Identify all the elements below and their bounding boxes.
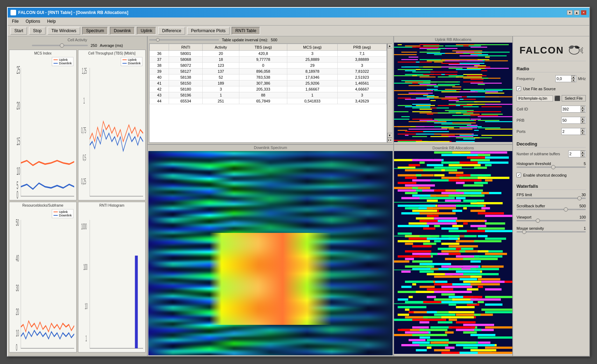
histogram-title: RNTI Histogram [80, 204, 144, 207]
waterfalls-section-label: Waterfalls [517, 184, 586, 190]
mouse-sensivity-row: Mouse sensivity 1 [517, 226, 586, 233]
prb-down-btn[interactable]: ▼ [581, 120, 585, 123]
shortcut-decoding-checkbox[interactable]: ✓ [517, 173, 521, 177]
shortcut-decoding-label: Enable shortcut decoding [523, 173, 567, 177]
rb-downlink-label: Downlink [59, 214, 72, 217]
svg-text:10: 10 [16, 328, 19, 338]
histogram-threshold-slider[interactable] [517, 166, 586, 168]
tile-windows-button[interactable]: Tile Windows [48, 27, 80, 35]
table-row[interactable]: 365800120420,837,1 [150, 51, 387, 57]
spectrum-button[interactable]: Spectrum [82, 27, 108, 35]
scroll-page-down-btn[interactable]: ▼▼ [387, 138, 392, 143]
frequency-up-btn[interactable]: ▲ [571, 76, 575, 79]
svg-text:20: 20 [16, 307, 19, 317]
col-rnti: RNTI [169, 44, 203, 51]
radio-section-label: Radio [517, 66, 586, 72]
menu-file[interactable]: File [10, 18, 20, 24]
resource-blocks-chart: Resourceblocks/Subframe Uplink Downlink … [9, 202, 77, 352]
minimize-button[interactable]: ▾ [567, 10, 573, 15]
table-row[interactable]: 446553425165,78490,5418333,42629 [150, 98, 387, 104]
histogram-threshold-label: Histogram threshold [517, 162, 551, 166]
rnti-table-button[interactable]: RNTI Table [232, 27, 260, 35]
table-scrollbar[interactable]: ▲ ▼ ▼▼ [387, 43, 392, 143]
menu-bar: File Options Help [8, 17, 589, 26]
col-mcs: MCS (avg) [287, 44, 338, 51]
svg-text:06:54:30: 06:54:30 [99, 198, 111, 199]
performance-plots-button[interactable]: Performance Plots [187, 27, 230, 35]
menu-help[interactable]: Help [46, 18, 57, 24]
svg-text:60k: 60k [137, 350, 141, 351]
close-button[interactable]: ✕ [581, 10, 587, 15]
table-row[interactable]: 42581803205,3331,666674,66667 [150, 86, 387, 92]
svg-text:10: 10 [16, 165, 20, 177]
maximize-button[interactable]: ▲ [574, 10, 580, 15]
table-update-value: 500 [271, 38, 277, 42]
prb-spinbox[interactable]: 50 ▲ ▼ [561, 117, 586, 124]
file-clear-icon[interactable]: ⬛ [554, 95, 560, 101]
ports-spinbox[interactable]: 2 ▲ ▼ [561, 128, 586, 135]
start-button[interactable]: Start [10, 27, 27, 35]
file-row: lHz/template-iq.bin ⬛ Select File [517, 95, 586, 101]
fps-slider[interactable] [517, 198, 586, 199]
viewport-row: Viewport 100 [517, 215, 586, 221]
falcon-text: FALCON [519, 45, 564, 56]
scrollback-label: Scrollback buffer [517, 204, 545, 208]
table-row[interactable]: 3758068189,7777825,88893,88889 [150, 57, 387, 63]
cell-id-up-btn[interactable]: ▲ [581, 106, 585, 109]
fps-value: 30 [582, 193, 586, 197]
menu-options[interactable]: Options [24, 18, 41, 24]
frequency-down-btn[interactable]: ▼ [571, 79, 575, 82]
downlink-button[interactable]: Downlink [110, 27, 135, 35]
table-update-label: Table update inverval (ms): [222, 38, 268, 42]
frequency-label: Frequency [517, 77, 535, 81]
svg-rect-32 [135, 256, 138, 348]
stop-button[interactable]: Stop [29, 27, 45, 35]
ports-value: 2 [562, 129, 564, 134]
downlink-rb-title: Downlink RB Allocations [394, 145, 512, 151]
cell-id-label: Cell ID [517, 107, 528, 111]
table-row[interactable]: 3958127137896,0588,189787,81022 [150, 69, 387, 74]
uplink-button[interactable]: Uplink [137, 27, 156, 35]
uplink-rb-title: Uplink RB Allocations [394, 36, 512, 43]
col-tbs: TBS (avg) [239, 44, 287, 51]
mouse-sensivity-label: Mouse sensivity [517, 226, 544, 230]
table-update-slider[interactable] [149, 39, 219, 41]
slider-label: Average (ms) [100, 43, 123, 48]
cell-id-down-btn[interactable]: ▼ [581, 109, 585, 112]
decoding-section-label: Decoding [517, 141, 586, 148]
viewport-slider[interactable] [517, 220, 586, 221]
cell-id-spinbox[interactable]: 392 ▲ ▼ [561, 106, 586, 113]
subframe-down-btn[interactable]: ▼ [581, 154, 585, 157]
scroll-up-btn[interactable]: ▲ [387, 43, 392, 48]
use-file-row: ✓ Use File as Source [517, 86, 586, 91]
difference-button[interactable]: Difference [158, 27, 185, 35]
tp-uplink-label: Uplink [128, 58, 136, 62]
scrollback-slider[interactable] [517, 209, 586, 210]
ports-up-btn[interactable]: ▲ [581, 128, 585, 131]
cell-throughput-chart: Cell Throughput (TBS) [Mbit/s] Uplink Do… [78, 50, 146, 200]
table-row[interactable]: 38580721230293 [150, 63, 387, 69]
table-row[interactable]: 4158150189307,38625,92061,46561 [150, 80, 387, 86]
prb-up-btn[interactable]: ▲ [581, 117, 585, 120]
table-row[interactable]: 405813852783,53817,63462,51923 [150, 74, 387, 80]
svg-text:0,25: 0,25 [81, 177, 86, 186]
svg-text:0k: 0k [90, 350, 93, 351]
ports-down-btn[interactable]: ▼ [581, 131, 585, 135]
downlink-canvas [394, 151, 512, 354]
ports-label: Ports [517, 129, 526, 134]
mcs-index-chart: MCS Index Uplink Downlink 25 20 15 10 5 … [9, 50, 77, 200]
rnti-table-wrapper: RNTI Activity TBS (avg) MCS (avg) PRB (a… [149, 43, 387, 143]
app-icon: F [10, 10, 16, 15]
frequency-spinbox[interactable]: 0,0 ▲ ▼ [555, 75, 576, 82]
table-row[interactable]: 435819618813 [150, 92, 387, 98]
cell-activity-slider[interactable] [32, 45, 88, 46]
select-file-button[interactable]: Select File [562, 95, 586, 101]
subframe-up-btn[interactable]: ▲ [581, 151, 585, 154]
svg-text:0,5: 0,5 [83, 153, 86, 163]
mouse-sensivity-slider[interactable] [517, 231, 586, 233]
subframe-spinbox[interactable]: 2 ▲ ▼ [568, 150, 586, 157]
scroll-down-btn[interactable]: ▼ [387, 133, 392, 138]
histogram-svg: 1000 100 10 1 0k 60k [80, 208, 144, 351]
use-file-checkbox[interactable]: ✓ [517, 86, 521, 91]
svg-point-36 [577, 47, 578, 49]
